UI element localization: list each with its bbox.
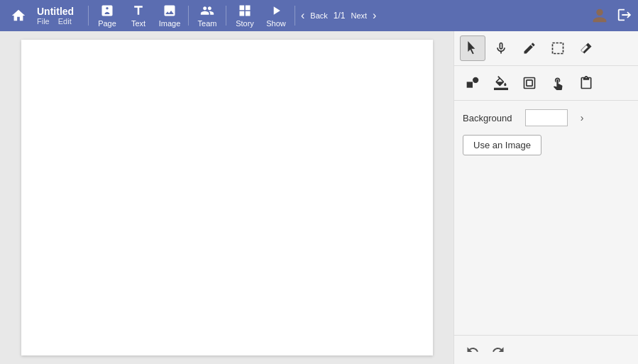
back-arrow[interactable]: ‹	[298, 6, 307, 25]
svg-rect-5	[527, 80, 532, 86]
edit-menu[interactable]: Edit	[58, 17, 72, 26]
use-image-row: Use an Image	[463, 135, 629, 155]
hand-tool[interactable]	[545, 70, 571, 96]
background-color-swatch[interactable]	[525, 109, 568, 126]
svg-point-3	[473, 77, 478, 83]
toolbar: Untitled File Edit Page Text Image Team	[0, 0, 638, 31]
team-label: Team	[198, 19, 217, 28]
clipboard-tool[interactable]	[573, 70, 599, 96]
avatar[interactable]	[588, 4, 611, 27]
image-label: Image	[159, 19, 181, 28]
divider-3	[226, 6, 226, 26]
page-button[interactable]: Page	[92, 0, 123, 31]
properties-panel: Background › Use an Image	[454, 101, 638, 226]
back-label: Back	[310, 11, 327, 20]
tool-row-1	[454, 31, 638, 66]
text-label: Text	[131, 19, 145, 28]
svg-rect-4	[524, 78, 535, 89]
background-label: Background	[463, 113, 519, 123]
svg-point-0	[596, 9, 603, 16]
select-tool[interactable]	[460, 35, 485, 61]
use-image-button[interactable]: Use an Image	[463, 135, 541, 155]
story-label: Story	[236, 19, 254, 28]
main-content: Background › Use an Image	[0, 31, 638, 364]
shapes-tool[interactable]	[460, 70, 485, 96]
redo-button[interactable]	[488, 340, 508, 360]
pagination: 1/1	[334, 11, 346, 21]
eraser-tool[interactable]	[573, 35, 599, 61]
next-label: Next	[351, 11, 367, 20]
text-button[interactable]: Text	[123, 0, 154, 31]
undo-button[interactable]	[463, 340, 483, 360]
file-menu[interactable]: File	[37, 17, 50, 26]
story-button[interactable]: Story	[229, 0, 260, 31]
divider-4	[295, 6, 295, 26]
signout-button[interactable]	[617, 7, 632, 25]
pen-tool[interactable]	[517, 35, 542, 61]
divider-2	[188, 6, 189, 26]
navigation-section: ‹ Back 1/1 Next ›	[298, 6, 379, 25]
marquee-tool[interactable]	[545, 35, 571, 61]
fill-tool[interactable]	[488, 70, 514, 96]
microphone-tool[interactable]	[488, 35, 514, 61]
divider-1	[88, 6, 89, 26]
bottom-row	[454, 335, 638, 364]
tool-row-2	[454, 66, 638, 101]
canvas-area	[0, 31, 453, 364]
app-title: Untitled	[37, 6, 79, 17]
svg-rect-1	[553, 43, 563, 54]
page-label: Page	[98, 19, 116, 28]
background-expand-arrow[interactable]: ›	[573, 109, 590, 126]
team-button[interactable]: Team	[192, 0, 223, 31]
show-label: Show	[266, 19, 286, 28]
right-panel: Background › Use an Image	[453, 31, 638, 364]
slide-canvas[interactable]	[21, 40, 433, 355]
background-row: Background ›	[463, 109, 629, 126]
home-button[interactable]	[6, 3, 31, 28]
frame-tool[interactable]	[517, 70, 542, 96]
image-button[interactable]: Image	[154, 0, 185, 31]
svg-rect-2	[467, 82, 473, 87]
next-arrow[interactable]: ›	[370, 6, 379, 25]
show-button[interactable]: Show	[260, 0, 292, 31]
app-title-section: Untitled File Edit	[37, 6, 79, 26]
